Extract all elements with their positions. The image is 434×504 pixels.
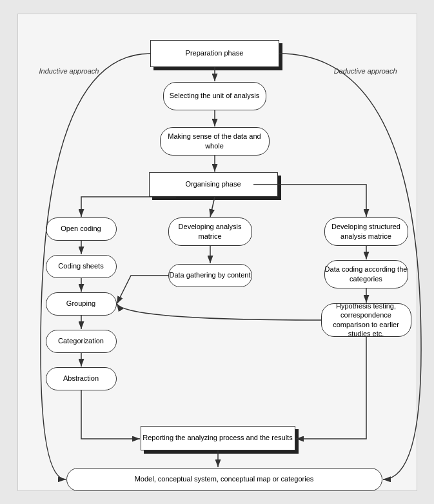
developing-structured-box: Developing structured analysis matrice [324,217,408,246]
preparation-box: Preparation phase [150,40,279,67]
making-sense-box: Making sense of the data and whole [160,127,270,156]
model-box: Model, conceptual system, conceptual map… [66,468,382,491]
reporting-box: Reporting the analyzing process and the … [141,426,295,450]
svg-line-8 [210,197,215,217]
developing-analysis-box: Developing analysis matrice [168,217,252,246]
page-container: Inductive approach Deductive approach Pr… [17,14,417,491]
categorization-box: Categorization [46,330,117,353]
data-coding-box: Data coding according the categories [324,260,408,288]
deductive-label: Deductive approach [334,67,397,75]
selecting-box: Selecting the unit of analysis [163,82,266,110]
hypothesis-box: Hypothesis testing, correspondence compa… [321,303,411,337]
diagram: Inductive approach Deductive approach Pr… [28,27,407,479]
organising-box: Organising phase [149,172,278,197]
inductive-label: Inductive approach [39,67,99,75]
abstraction-box: Abstraction [46,367,117,390]
coding-sheets-box: Coding sheets [46,255,117,278]
open-coding-box: Open coding [46,217,117,241]
data-gathering-box: Data gathering by content [168,264,252,287]
grouping-box: Grouping [46,292,117,316]
